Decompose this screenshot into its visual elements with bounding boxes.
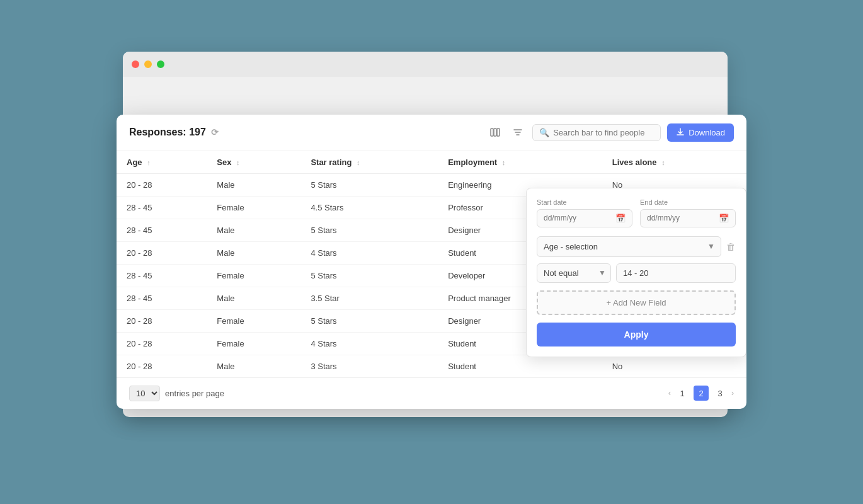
cell-sex: Male (207, 241, 300, 264)
cell-age: 20 - 28 (117, 241, 207, 264)
filter-field-row: Age - selection Sex Star rating Employme… (537, 236, 736, 257)
cell-sex: Female (207, 309, 300, 332)
start-date-field: Start date 📅 (537, 198, 632, 227)
col-age[interactable]: Age ↑ (117, 151, 207, 174)
cell-sex: Male (207, 287, 300, 309)
cell-star-rating: 5 Stars (300, 219, 438, 241)
cell-lives-alone: No (602, 355, 746, 377)
download-label: Download (689, 128, 725, 137)
field-select[interactable]: Age - selection Sex Star rating Employme… (537, 236, 721, 257)
cell-star-rating: 5 Stars (300, 173, 438, 196)
cell-sex: Male (207, 173, 300, 196)
svg-rect-1 (494, 129, 496, 136)
cell-sex: Female (207, 264, 300, 287)
end-date-field: End date 📅 (640, 198, 736, 227)
svg-rect-2 (497, 129, 500, 136)
cell-star-rating: 4.5 Stars (300, 196, 438, 219)
cell-age: 20 - 28 (117, 355, 207, 377)
cell-age: 28 - 45 (117, 264, 207, 287)
start-date-input-wrap: 📅 (537, 209, 632, 227)
search-icon: 🔍 (539, 128, 549, 137)
svg-rect-0 (491, 129, 493, 136)
cell-sex: Male (207, 355, 300, 377)
col-star-rating[interactable]: Star rating ↕ (300, 151, 438, 174)
cell-star-rating: 4 Stars (300, 332, 438, 355)
col-sex[interactable]: Sex ↕ (207, 151, 300, 174)
cell-age: 28 - 45 (117, 196, 207, 219)
col-employment[interactable]: Employment ↕ (438, 151, 602, 174)
table-row: 20 - 28Male3 StarsStudentNo (117, 355, 746, 377)
cell-star-rating: 4 Stars (300, 241, 438, 264)
condition-select[interactable]: Not equal Equal Greater than Less than (537, 263, 611, 283)
responses-label: Responses: 197 ⟳ (129, 127, 219, 138)
cell-sex: Female (207, 332, 300, 355)
condition-row: Not equal Equal Greater than Less than ▼ (537, 263, 736, 283)
cell-employment: Student (438, 355, 602, 377)
end-date-input[interactable] (647, 214, 715, 222)
cell-age: 28 - 45 (117, 287, 207, 309)
filter-panel: Start date 📅 End date 📅 (526, 188, 746, 357)
end-date-label: End date (640, 198, 736, 206)
search-input[interactable] (553, 128, 654, 137)
window-dot-green[interactable] (157, 60, 164, 68)
refresh-icon[interactable]: ⟳ (211, 127, 219, 137)
toolbar: Responses: 197 ⟳ (117, 115, 746, 151)
cell-age: 28 - 45 (117, 219, 207, 241)
pagination: ‹ 1 2 3 › (668, 386, 734, 401)
apply-label: Apply (624, 329, 649, 340)
page-3-button[interactable]: 3 (712, 386, 728, 401)
entries-label: entries per page (165, 389, 224, 398)
prev-page-button[interactable]: ‹ (668, 389, 671, 398)
start-date-input[interactable] (544, 214, 612, 222)
toolbar-right: 🔍 Download (487, 123, 734, 142)
search-box: 🔍 (532, 124, 661, 141)
add-field-label: + Add New Field (606, 298, 666, 307)
cell-sex: Female (207, 196, 300, 219)
next-page-button[interactable]: › (731, 389, 734, 398)
window-dot-yellow[interactable] (144, 60, 152, 68)
end-date-input-wrap: 📅 (640, 209, 736, 227)
cell-age: 20 - 28 (117, 173, 207, 196)
content-area: Age ↑ Sex ↕ Star rating ↕ Employment ↕ L… (117, 151, 746, 377)
cell-star-rating: 5 Stars (300, 309, 438, 332)
cell-sex: Male (207, 219, 300, 241)
cell-star-rating: 3.5 Star (300, 287, 438, 309)
condition-value-input[interactable] (616, 263, 736, 283)
end-date-calendar-icon[interactable]: 📅 (719, 214, 729, 223)
condition-select-wrap: Not equal Equal Greater than Less than ▼ (537, 263, 611, 283)
cell-star-rating: 3 Stars (300, 355, 438, 377)
apply-button[interactable]: Apply (537, 323, 736, 346)
col-lives-alone[interactable]: Lives alone ↕ (602, 151, 746, 174)
responses-count: Responses: 197 (129, 127, 206, 138)
date-row: Start date 📅 End date 📅 (537, 198, 736, 227)
page-2-button[interactable]: 2 (694, 386, 709, 401)
entries-per-page-select[interactable]: 10 25 50 (129, 386, 160, 401)
cell-age: 20 - 28 (117, 332, 207, 355)
download-button[interactable]: Download (667, 123, 734, 142)
columns-icon-button[interactable] (487, 124, 503, 140)
start-date-calendar-icon[interactable]: 📅 (615, 214, 626, 223)
add-new-field-button[interactable]: + Add New Field (537, 290, 736, 315)
page-1-button[interactable]: 1 (675, 386, 690, 401)
table-footer: 10 25 50 entries per page ‹ 1 2 3 › (117, 377, 746, 409)
filter-icon-button[interactable] (510, 124, 526, 140)
start-date-label: Start date (537, 198, 632, 206)
cell-age: 20 - 28 (117, 309, 207, 332)
cell-star-rating: 5 Stars (300, 264, 438, 287)
delete-filter-button[interactable]: 🗑 (726, 241, 736, 252)
entries-select-area: 10 25 50 entries per page (129, 386, 224, 401)
field-select-wrap: Age - selection Sex Star rating Employme… (537, 236, 721, 257)
window-dot-red[interactable] (132, 60, 139, 68)
